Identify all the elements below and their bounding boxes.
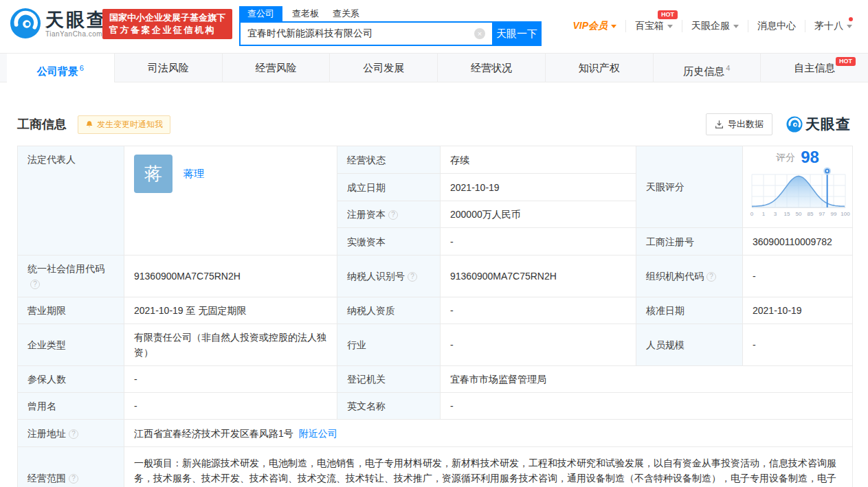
tab-operating-risk[interactable]: 经营风险 xyxy=(223,54,331,82)
nav-vip[interactable]: VIP会员 xyxy=(564,20,625,32)
company-tabbar: 公司背景6 司法风险 经营风险 公司发展 经营状况 知识产权 历史信息4 自主信… xyxy=(0,53,868,82)
svg-text:97: 97 xyxy=(819,211,825,217)
field-label: 人员规模 xyxy=(636,324,743,366)
field-value: - xyxy=(743,324,853,366)
field-label: 参保人数 xyxy=(18,366,124,393)
field-value: 91360900MA7C75RN2H xyxy=(124,256,337,297)
field-label: 组织机构代码? xyxy=(636,256,743,297)
field-value: - xyxy=(124,366,337,393)
field-value: 江西省宜春经济技术开发区春风路1号附近公司 xyxy=(124,420,853,447)
nav-toolbox[interactable]: HOT 百宝箱 xyxy=(625,20,682,32)
field-label: 行业 xyxy=(337,324,441,366)
tab-count: 6 xyxy=(80,64,84,72)
tab-company-background[interactable]: 公司背景6 xyxy=(7,54,115,82)
field-label: 经营状态 xyxy=(337,146,441,174)
export-data-button[interactable]: 导出数据 xyxy=(706,113,772,135)
score-prefix: 评分 xyxy=(776,150,795,165)
search-tab-company[interactable]: 查公司 xyxy=(239,6,282,21)
field-label: 工商注册号 xyxy=(636,228,743,256)
field-label: 曾用名 xyxy=(18,393,124,420)
field-value: 360900110009782 xyxy=(743,228,853,256)
tab-operating-status[interactable]: 经营状况 xyxy=(438,54,546,82)
field-value: 2021-10-19 xyxy=(743,297,853,324)
notification-dot xyxy=(849,17,853,21)
field-value: - xyxy=(441,324,636,366)
help-icon[interactable]: ? xyxy=(69,474,78,484)
watermark-text: 天眼查 xyxy=(805,115,851,134)
search-tabs: 查公司 查老板 查关系 xyxy=(239,6,542,21)
gov-certification-badge: 国家中小企业发展子基金旗下 官方备案企业征信机构 xyxy=(102,9,232,39)
hot-badge: HOT xyxy=(658,10,678,19)
section-title: 工商信息 xyxy=(17,116,67,133)
field-value: 200000万人民币 xyxy=(441,201,636,228)
search-input[interactable] xyxy=(239,21,492,46)
field-label: 英文名称 xyxy=(337,393,441,420)
download-icon xyxy=(715,120,724,129)
help-icon[interactable]: ? xyxy=(69,429,78,439)
field-label: 核准日期 xyxy=(636,297,743,324)
field-value: - xyxy=(124,393,337,420)
section-header: 工商信息 发生变更时通知我 导出数据 天眼查 xyxy=(17,113,851,135)
help-icon[interactable]: ? xyxy=(706,272,716,282)
field-label: 实缴资本 xyxy=(337,228,441,256)
svg-text:100: 100 xyxy=(841,211,850,217)
field-value: - xyxy=(441,228,636,256)
chevron-down-icon xyxy=(733,25,739,28)
field-label: 注册资本? xyxy=(337,201,441,228)
field-label: 经营范围? xyxy=(18,447,124,487)
tianyancha-logo[interactable]: 天眼查 TianYanCha.com xyxy=(10,8,107,39)
svg-text:0: 0 xyxy=(750,211,754,217)
svg-text:15: 15 xyxy=(784,211,790,217)
tab-count: 4 xyxy=(726,64,730,72)
field-label: 统一社会信用代码? xyxy=(18,256,124,297)
top-header: 天眼查 TianYanCha.com 国家中小企业发展子基金旗下 官方备案企业征… xyxy=(0,0,868,48)
legal-rep-link[interactable]: 蒋理 xyxy=(183,166,204,181)
field-label: 注册地址? xyxy=(18,420,124,447)
field-value: 存续 xyxy=(441,146,636,174)
clear-search-icon[interactable]: × xyxy=(474,28,485,39)
svg-text:99: 99 xyxy=(831,211,837,217)
tab-judicial-risk[interactable]: 司法风险 xyxy=(115,54,223,82)
tab-company-development[interactable]: 公司发展 xyxy=(330,54,438,82)
nav-message-center[interactable]: 消息中心 xyxy=(748,20,805,32)
help-icon[interactable]: ? xyxy=(408,272,417,282)
field-label: 成立日期 xyxy=(337,174,441,201)
svg-text:85: 85 xyxy=(808,211,814,217)
avatar[interactable]: 蒋 xyxy=(134,155,173,193)
bell-icon xyxy=(85,120,93,128)
search-area: 查公司 查老板 查关系 × 天眼一下 xyxy=(239,6,542,46)
svg-text:3: 3 xyxy=(774,211,777,217)
business-info-table: 法定代表人 蒋 蒋理 经营状态 存续 天眼评分 评分 98 0131550859… xyxy=(17,146,853,487)
field-label: 纳税人识别号? xyxy=(337,256,441,297)
chevron-down-icon xyxy=(667,25,673,28)
field-value: 91360900MA7C75RN2H xyxy=(441,256,636,297)
nav-enterprise-service[interactable]: 天眼企服 xyxy=(682,20,748,32)
field-label: 登记机关 xyxy=(337,366,441,393)
field-label: 营业期限 xyxy=(18,297,124,324)
tianyancha-logo-icon xyxy=(10,8,41,39)
field-value: - xyxy=(743,256,853,297)
nearby-companies-link[interactable]: 附近公司 xyxy=(299,428,337,439)
score-curve-svg: 0131550859799100 xyxy=(747,166,850,220)
field-value: 有限责任公司（非自然人投资或控股的法人独资） xyxy=(124,324,337,366)
notify-on-change-button[interactable]: 发生变更时通知我 xyxy=(78,115,170,134)
brand-name: 天眼查 xyxy=(45,10,107,30)
tab-history-info[interactable]: 历史信息4 xyxy=(654,54,761,82)
badge-line1: 国家中小企业发展子基金旗下 xyxy=(109,12,225,24)
field-value: 2021-10-19 至 无固定期限 xyxy=(124,297,337,324)
score-value: 98 xyxy=(801,150,819,165)
field-value: 宜春市市场监督管理局 xyxy=(441,366,853,393)
field-label: 法定代表人 xyxy=(18,146,124,256)
svg-text:50: 50 xyxy=(796,211,802,217)
help-icon[interactable]: ? xyxy=(388,210,398,220)
badge-line2: 官方备案企业征信机构 xyxy=(109,24,225,36)
search-button[interactable]: 天眼一下 xyxy=(492,21,542,46)
search-tab-boss[interactable]: 查老板 xyxy=(292,6,319,21)
field-label: 企业类型 xyxy=(18,324,124,366)
tab-intellectual-property[interactable]: 知识产权 xyxy=(546,54,654,82)
search-tab-relation[interactable]: 查关系 xyxy=(333,6,359,21)
tyc-score-cell: 评分 98 0131550859799100 xyxy=(743,146,853,228)
help-icon[interactable]: ? xyxy=(30,280,40,289)
tab-self-info[interactable]: 自主信息 HOT xyxy=(761,54,868,82)
nav-user-account[interactable]: 茅十八 xyxy=(805,20,861,32)
